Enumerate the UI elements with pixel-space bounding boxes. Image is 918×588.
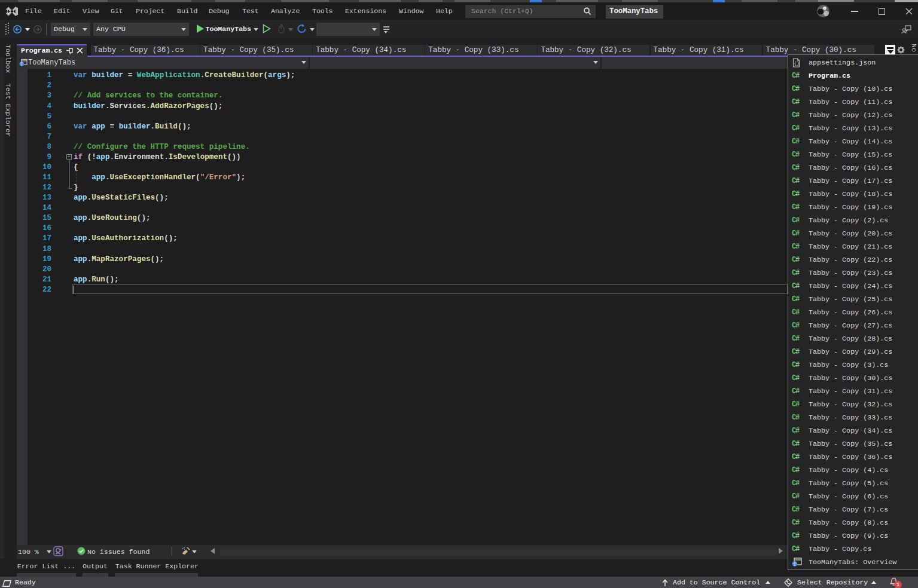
svg-text:{}: {}: [794, 60, 800, 66]
